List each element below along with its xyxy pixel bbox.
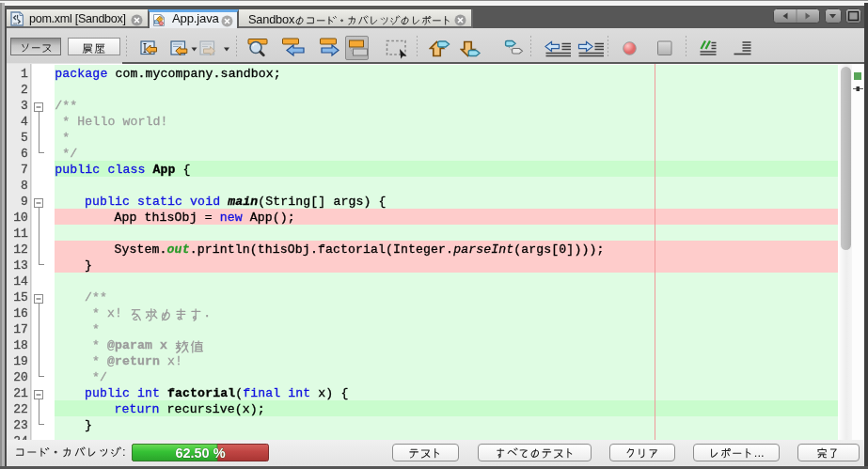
svg-text:62.50 %: 62.50 %: [175, 446, 225, 461]
